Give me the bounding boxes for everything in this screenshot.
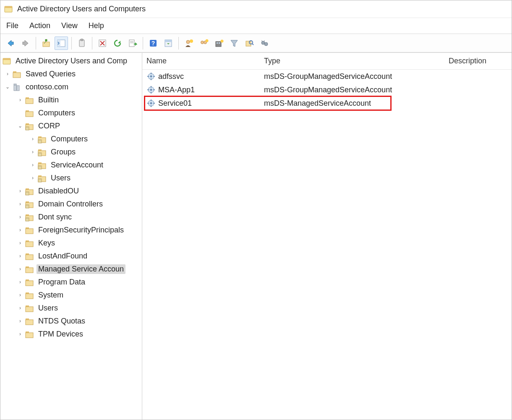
expand-toggle[interactable]: ›	[16, 292, 24, 299]
service-account-icon	[146, 85, 156, 94]
expand-toggle[interactable]: ⌄	[16, 123, 24, 130]
svg-rect-80	[26, 268, 33, 273]
tree-root[interactable]: Active Directory Users and Comp	[2, 55, 142, 68]
column-header-description[interactable]: Description	[444, 57, 512, 65]
menu-file[interactable]: File	[6, 21, 18, 30]
expand-toggle[interactable]: ›	[4, 70, 11, 78]
up-level-button[interactable]	[39, 37, 53, 50]
tree-node[interactable]: › Saved Queries	[2, 68, 142, 81]
expand-toggle[interactable]: ⌄	[4, 83, 11, 91]
tree-node[interactable]: › NTDS Quotas	[2, 315, 142, 328]
add-group-button[interactable]	[197, 37, 211, 50]
expand-toggle[interactable]: ›	[16, 201, 24, 208]
tree-node[interactable]: › Program Data	[2, 276, 142, 289]
ou-icon	[25, 213, 34, 222]
app-icon	[4, 5, 13, 14]
menu-help[interactable]: Help	[89, 21, 104, 30]
menu-action[interactable]: Action	[29, 21, 50, 30]
tree-node[interactable]: › Builtin	[2, 94, 142, 107]
ou-icon	[37, 135, 47, 144]
expand-toggle[interactable]: ›	[16, 305, 24, 312]
tree-node-label: System	[37, 290, 65, 300]
folder-icon	[25, 109, 34, 118]
cell-type: msDS-ManagedServiceAccount	[264, 99, 371, 108]
tree-node[interactable]: › Groups	[2, 146, 142, 159]
tree-node-label: contoso.com	[24, 82, 70, 92]
show-hide-tree-button[interactable]	[55, 37, 68, 50]
tree-node[interactable]: › Keys	[2, 237, 142, 250]
tree-pane[interactable]: Active Directory Users and Comp › Saved …	[0, 53, 142, 420]
tree-node[interactable]: › TPM Devices	[2, 328, 142, 341]
expand-toggle[interactable]: ›	[16, 227, 24, 234]
tree-node[interactable]: › Computers	[2, 133, 142, 146]
more-actions-button[interactable]	[258, 37, 271, 50]
export-list-button[interactable]	[126, 37, 139, 50]
ou-icon	[37, 174, 47, 183]
tree-node-label: LostAndFound	[37, 251, 89, 261]
expand-toggle[interactable]: ›	[29, 162, 37, 169]
tree-node[interactable]: ⌄ contoso.com	[2, 81, 142, 94]
tree-node[interactable]: Computers	[2, 107, 142, 120]
add-user-button[interactable]	[182, 37, 196, 50]
expand-toggle[interactable]: ›	[29, 136, 37, 143]
svg-point-23	[221, 39, 224, 42]
help-button[interactable]: ?	[146, 37, 160, 50]
expand-toggle[interactable]: ›	[16, 240, 24, 247]
svg-rect-72	[26, 218, 29, 219]
folder-icon	[25, 226, 34, 235]
svg-rect-36	[16, 85, 16, 86]
expand-toggle[interactable]: ›	[16, 214, 24, 221]
add-ou-button[interactable]	[212, 37, 226, 50]
tree-node[interactable]: › ServiceAccount	[2, 159, 142, 172]
svg-rect-68	[26, 205, 29, 206]
column-header-type[interactable]: Type	[260, 57, 444, 65]
svg-rect-95	[147, 76, 149, 77]
expand-toggle[interactable]: ›	[16, 188, 24, 195]
domain-icon	[12, 83, 21, 92]
svg-rect-6	[81, 39, 83, 41]
svg-rect-64	[26, 192, 29, 193]
expand-toggle[interactable]: ›	[16, 279, 24, 286]
filter-button[interactable]	[227, 37, 241, 50]
tree-node[interactable]: › LostAndFound	[2, 250, 142, 263]
tree-node[interactable]: ⌄ CORP	[2, 120, 142, 133]
tree-node[interactable]: › Dont sync	[2, 211, 142, 224]
expand-toggle[interactable]: ›	[16, 97, 24, 104]
svg-point-98	[150, 89, 152, 91]
folder-icon	[25, 330, 34, 339]
svg-rect-44	[26, 127, 29, 128]
back-button[interactable]	[4, 37, 17, 50]
tree-node[interactable]: › Managed Service Accoun	[2, 263, 142, 276]
tree-node[interactable]: › Users	[2, 172, 142, 185]
menu-view[interactable]: View	[61, 21, 78, 30]
expand-toggle[interactable]: ›	[16, 253, 24, 260]
tree-node[interactable]: › ForeignSecurityPrincipals	[2, 224, 142, 237]
tree-node[interactable]: › Users	[2, 302, 142, 315]
tree-node[interactable]: › System	[2, 289, 142, 302]
expand-toggle[interactable]: ›	[29, 149, 37, 156]
svg-rect-99	[151, 86, 152, 88]
column-header-name[interactable]: Name	[142, 57, 260, 65]
expand-toggle[interactable]: ›	[29, 175, 37, 182]
list-row[interactable]: MSA-App1 msDS-GroupManagedServiceAccount	[142, 83, 512, 97]
refresh-button[interactable]	[111, 37, 124, 50]
properties-button[interactable]	[162, 37, 175, 50]
expand-toggle[interactable]: ›	[16, 266, 24, 273]
folder-icon	[25, 239, 34, 248]
find-button[interactable]	[243, 37, 256, 50]
tree-node-label: Keys	[37, 238, 57, 248]
delete-button[interactable]	[96, 37, 109, 50]
tree-node-label: Computers	[37, 108, 77, 118]
folder-icon	[25, 291, 34, 300]
forward-button[interactable]	[19, 37, 32, 50]
list-row[interactable]: adfssvc msDS-GroupManagedServiceAccount	[142, 70, 512, 83]
tree-node[interactable]: › DisabledOU	[2, 185, 142, 198]
tree-node-label: Users	[37, 303, 60, 313]
svg-rect-40	[26, 112, 33, 117]
expand-toggle[interactable]: ›	[16, 318, 24, 325]
list-pane[interactable]: Name Type Description adfssvc msDS-Group…	[142, 53, 512, 420]
tree-node[interactable]: › Domain Controllers	[2, 198, 142, 211]
expand-toggle[interactable]: ›	[16, 331, 24, 338]
clipboard-button[interactable]	[75, 37, 89, 50]
list-row[interactable]: Service01 msDS-ManagedServiceAccount	[142, 97, 512, 110]
